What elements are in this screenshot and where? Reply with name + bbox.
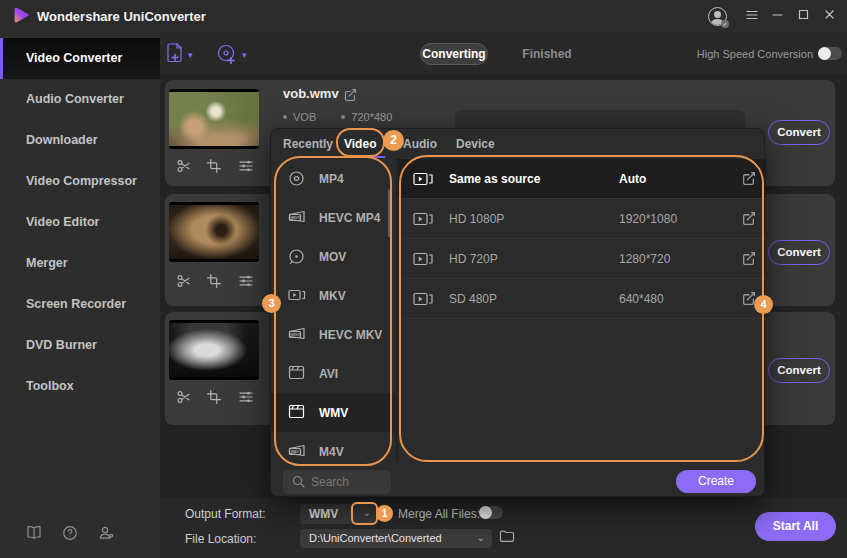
chevron-down-icon[interactable]: ⌄: [477, 532, 485, 543]
close-icon[interactable]: [823, 8, 836, 21]
edit-preset-icon[interactable]: [741, 211, 756, 226]
file-info: VOB 720*480: [283, 111, 392, 123]
edit-preset-icon[interactable]: [741, 251, 756, 266]
output-format-popup: Recently Video Audio Device MP4 HEVC HEV…: [270, 128, 765, 497]
add-disc-icon[interactable]: [216, 43, 238, 65]
sidebar-item-video-compressor[interactable]: Video Compressor: [0, 161, 160, 202]
video-thumbnail-2: [169, 202, 259, 262]
trim-icon[interactable]: [177, 390, 191, 404]
svg-text:M4V: M4V: [291, 450, 299, 454]
disc-icon: [288, 170, 305, 187]
format-item-avi[interactable]: AVI: [271, 354, 396, 393]
effects-icon[interactable]: [239, 274, 253, 288]
trim-icon[interactable]: [177, 159, 191, 173]
film-icon: [288, 365, 305, 380]
output-format-value: WMV: [309, 507, 338, 521]
output-format-label: Output Format:: [185, 507, 266, 521]
convert-button-3[interactable]: Convert: [768, 358, 830, 383]
minimize-icon[interactable]: [771, 8, 784, 21]
add-disc-chevron-icon[interactable]: ▾: [242, 50, 247, 60]
video-file-icon: [413, 171, 434, 187]
format-item-m4v[interactable]: M4V M4V: [271, 432, 396, 471]
maximize-icon[interactable]: [797, 8, 810, 21]
file-location-select[interactable]: D:\UniConverter\Converted ⌄: [300, 529, 492, 548]
preset-same-as-source[interactable]: Same as source Auto: [398, 159, 766, 199]
convert-button-2[interactable]: Convert: [768, 240, 830, 265]
start-all-button[interactable]: Start All: [755, 512, 836, 541]
add-file-icon[interactable]: [164, 42, 186, 65]
format-list-scrollbar[interactable]: [388, 189, 391, 237]
top-toolbar: ▾ ▾ Converting Finished High Speed Conve…: [160, 32, 847, 75]
edit-preset-icon[interactable]: [741, 171, 756, 186]
sidebar-item-audio-converter[interactable]: Audio Converter: [0, 79, 160, 120]
app-logo-icon: [10, 5, 32, 27]
video-camera-icon: [288, 287, 307, 303]
format-item-wmv[interactable]: WMV: [271, 393, 396, 432]
help-icon[interactable]: [62, 525, 78, 541]
account-avatar[interactable]: ✓: [708, 7, 727, 26]
format-item-mp4[interactable]: MP4: [271, 159, 396, 198]
referral-icon[interactable]: [98, 525, 115, 541]
effects-icon[interactable]: [239, 159, 253, 173]
app-title: Wondershare UniConverter: [37, 9, 206, 24]
sidebar-item-dvd-burner[interactable]: DVD Burner: [0, 325, 160, 366]
add-file-chevron-icon[interactable]: ▾: [188, 50, 193, 60]
tab-converting[interactable]: Converting: [420, 43, 488, 65]
preset-hd-720p[interactable]: HD 720P 1280*720: [398, 239, 766, 279]
search-icon: [292, 475, 305, 488]
file-name: vob.wmv: [283, 86, 339, 101]
sidebar-item-screen-recorder[interactable]: Screen Recorder: [0, 284, 160, 325]
effects-icon[interactable]: [239, 390, 253, 404]
popup-tab-device[interactable]: Device: [456, 137, 495, 151]
popup-tab-video[interactable]: Video: [344, 137, 376, 151]
format-item-mkv[interactable]: MKV: [271, 276, 396, 315]
format-item-hevc-mp4[interactable]: HEVC HEVC MP4: [271, 198, 396, 237]
popup-tab-recently[interactable]: Recently: [283, 137, 333, 151]
format-item-hevc-mkv[interactable]: HEVC HEVC MKV: [271, 315, 396, 354]
menu-icon[interactable]: [745, 8, 759, 22]
high-speed-conversion-label: High Speed Conversion: [695, 48, 813, 60]
sidebar-item-video-converter[interactable]: Video Converter: [0, 38, 160, 79]
hevc-icon: HEVC: [288, 326, 307, 342]
video-thumbnail-1: [169, 89, 259, 149]
sidebar-item-downloader[interactable]: Downloader: [0, 120, 160, 161]
preset-sd-480p[interactable]: SD 480P 640*480: [398, 279, 766, 319]
hevc-icon: HEVC: [288, 209, 307, 225]
crop-icon[interactable]: [207, 274, 221, 288]
output-format-select[interactable]: WMV ⌄: [300, 504, 378, 524]
bottom-bar: Output Format: WMV ⌄ Merge All Files: Fi…: [160, 498, 847, 558]
rename-icon[interactable]: [343, 88, 357, 102]
search-input[interactable]: [311, 472, 385, 492]
high-speed-conversion-toggle[interactable]: [818, 47, 842, 60]
format-search-box: [283, 470, 391, 494]
sidebar-item-merger[interactable]: Merger: [0, 243, 160, 284]
film-icon: [288, 404, 305, 419]
tab-finished[interactable]: Finished: [518, 43, 576, 65]
crop-icon[interactable]: [207, 159, 221, 173]
merge-all-files-label: Merge All Files:: [398, 507, 480, 521]
svg-text:HEVC: HEVC: [291, 333, 301, 337]
m4v-icon: M4V: [288, 443, 307, 459]
guide-book-icon[interactable]: [26, 525, 42, 540]
video-thumbnail-3: [169, 320, 259, 380]
crop-icon[interactable]: [207, 390, 221, 404]
merge-all-files-toggle[interactable]: [479, 506, 503, 519]
sidebar-item-video-editor[interactable]: Video Editor: [0, 202, 160, 243]
format-item-mov[interactable]: MOV: [271, 237, 396, 276]
preset-hd-1080p[interactable]: HD 1080P 1920*1080: [398, 199, 766, 239]
chevron-down-icon[interactable]: ⌄: [363, 507, 371, 518]
popup-tab-audio[interactable]: Audio: [403, 137, 437, 151]
disc-dot-icon: [288, 248, 305, 265]
bullet-icon: [283, 115, 287, 119]
convert-button-1[interactable]: Convert: [768, 120, 830, 145]
file-location-value: D:\UniConverter\Converted: [309, 532, 442, 544]
sidebar-item-toolbox[interactable]: Toolbox: [0, 366, 160, 407]
trim-icon[interactable]: [177, 274, 191, 288]
open-folder-icon[interactable]: [499, 529, 515, 543]
create-button[interactable]: Create: [676, 470, 756, 493]
edit-preset-icon[interactable]: [741, 291, 756, 306]
video-file-icon: [413, 251, 434, 267]
active-tab-underline: [339, 156, 385, 158]
file-format: VOB: [293, 111, 316, 123]
bullet-icon: [341, 115, 345, 119]
